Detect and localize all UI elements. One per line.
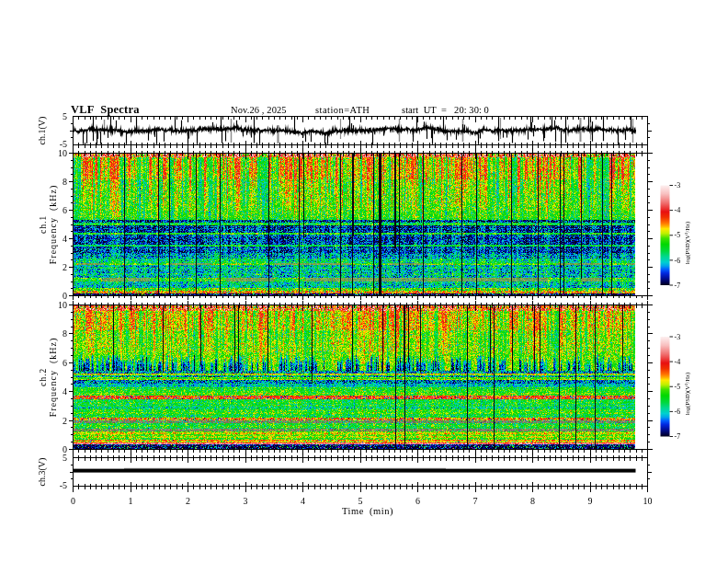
svg-text:-5: -5 (675, 231, 681, 239)
svg-text:Time (min): Time (min) (342, 506, 393, 517)
svg-text:5: 5 (63, 453, 67, 463)
svg-text:-4: -4 (675, 206, 681, 214)
svg-text:station=ATH: station=ATH (315, 105, 370, 115)
svg-text:4: 4 (301, 496, 305, 506)
svg-text:4: 4 (63, 386, 67, 396)
svg-text:6: 6 (415, 496, 420, 506)
svg-text:2: 2 (63, 416, 67, 426)
svg-text:Frequency (kHz): Frequency (kHz) (48, 185, 59, 265)
svg-text:8: 8 (63, 177, 67, 187)
svg-text:6: 6 (63, 205, 67, 215)
svg-text:ch.1(V): ch.1(V) (37, 117, 48, 145)
svg-text:-3: -3 (675, 181, 681, 190)
svg-text:log(PSD)(V2/Hz): log(PSD)(V2/Hz) (684, 222, 691, 265)
svg-text:2: 2 (186, 496, 190, 506)
svg-text:8: 8 (530, 496, 535, 506)
svg-text:-7: -7 (675, 432, 681, 441)
svg-text:-4: -4 (675, 358, 681, 366)
svg-text:10: 10 (58, 148, 67, 158)
svg-text:ch.3(V): ch.3(V) (37, 458, 48, 487)
svg-text:6: 6 (63, 358, 67, 368)
svg-text:4: 4 (63, 234, 67, 244)
svg-text:1: 1 (129, 496, 133, 506)
svg-text:9: 9 (588, 496, 593, 506)
svg-text:VLF Spectra: VLF Spectra (71, 103, 140, 116)
svg-text:0: 0 (71, 496, 75, 506)
svg-text:-7: -7 (675, 282, 681, 290)
svg-text:ch.1: ch.1 (38, 215, 48, 234)
svg-text:7: 7 (473, 496, 478, 506)
svg-text:-5: -5 (675, 383, 681, 391)
svg-text:-3: -3 (675, 333, 681, 341)
svg-text:Nov.26 , 2025: Nov.26 , 2025 (231, 105, 287, 115)
svg-text:-6: -6 (675, 257, 681, 265)
svg-text:-6: -6 (675, 408, 681, 416)
svg-text:Frequency (kHz): Frequency (kHz) (48, 338, 59, 418)
svg-text:5: 5 (358, 496, 363, 506)
svg-text:start UT = 20: 30: 0: start UT = 20: 30: 0 (402, 105, 489, 115)
svg-text:log(PSD)(V2/Hz): log(PSD)(V2/Hz) (684, 373, 691, 416)
svg-text:8: 8 (63, 328, 67, 339)
svg-text:10: 10 (58, 300, 67, 310)
svg-text:ch.2: ch.2 (38, 368, 48, 386)
svg-text:2: 2 (63, 262, 67, 272)
svg-text:3: 3 (244, 496, 248, 506)
svg-text:10: 10 (643, 496, 653, 506)
svg-text:-5: -5 (60, 480, 67, 490)
svg-text:5: 5 (63, 111, 67, 121)
